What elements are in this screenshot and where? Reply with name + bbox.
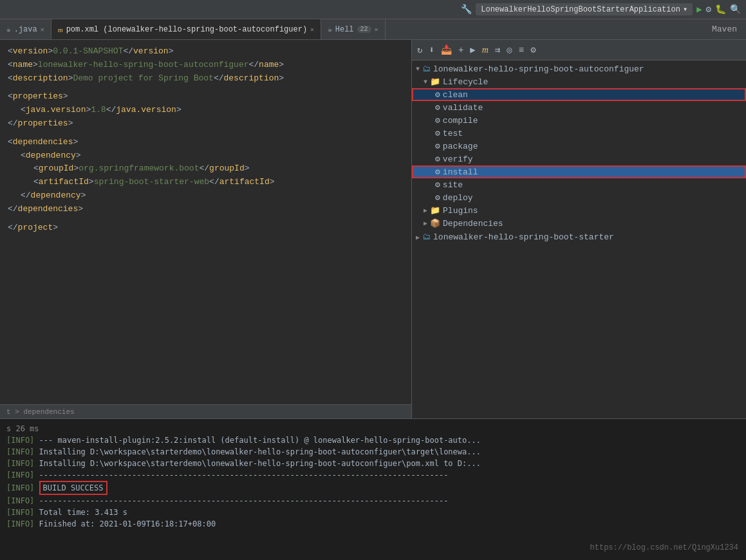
tree-plugins[interactable]: ▶ 📁 Plugins bbox=[412, 204, 746, 217]
console-line-6: [INFO] ---------------------------------… bbox=[6, 495, 740, 507]
info-prefix-1: [INFO] bbox=[6, 436, 34, 445]
info-prefix-8: [INFO] bbox=[6, 519, 34, 528]
run-maven-icon[interactable]: ▶ bbox=[469, 43, 476, 57]
console-text-4: ----------------------------------------… bbox=[39, 471, 449, 480]
run-icon[interactable]: ▶ bbox=[696, 4, 702, 15]
tree-deploy[interactable]: ⚙ deploy bbox=[412, 191, 746, 204]
add-icon[interactable]: + bbox=[457, 44, 465, 57]
lifecycle-arrow-icon: ▼ bbox=[424, 79, 427, 86]
xml-line-dep: <dependency> bbox=[21, 149, 404, 163]
debug-icon[interactable]: 🐛 bbox=[715, 4, 726, 15]
tree-site[interactable]: ⚙ site bbox=[412, 178, 746, 191]
tree-clean[interactable]: ⚙ clean bbox=[412, 88, 746, 101]
tree-root-project[interactable]: ▼ 🗂 lonewalker-hello-spring-boot-autocon… bbox=[412, 63, 746, 75]
java-icon: ☕ bbox=[6, 25, 11, 33]
tree-site-label: site bbox=[443, 180, 463, 190]
xml-line-groupid: <groupId>org.springframework.boot</group… bbox=[33, 162, 404, 176]
console-text-8: Finished at: 2021-01-09T16:18:17+08:00 bbox=[39, 519, 216, 528]
tree-deploy-label: deploy bbox=[443, 193, 473, 203]
tab-java-close[interactable]: ✕ bbox=[41, 26, 44, 33]
tree-package[interactable]: ⚙ package bbox=[412, 140, 746, 153]
m-icon[interactable]: m bbox=[481, 44, 490, 57]
maven-tab[interactable]: Maven bbox=[703, 19, 746, 39]
tree-verify[interactable]: ⚙ verify bbox=[412, 153, 746, 165]
tree-test[interactable]: ⚙ test bbox=[412, 127, 746, 140]
maven-tab-label: Maven bbox=[712, 24, 737, 34]
wrench-icon[interactable]: 🔧 bbox=[461, 4, 472, 15]
tree-clean-label: clean bbox=[443, 90, 468, 100]
goal-icon[interactable]: ◎ bbox=[505, 43, 513, 57]
console-text-3: Installing D:\workspace\starterdemo\lone… bbox=[39, 459, 481, 468]
tab-pom[interactable]: m pom.xml (lonewalker-hello-spring-boot-… bbox=[51, 19, 321, 39]
tree-compile[interactable]: ⚙ compile bbox=[412, 114, 746, 127]
tree-plugins-label: Plugins bbox=[443, 206, 478, 216]
xml-line-project-close: </project> bbox=[8, 221, 404, 235]
lifecycle-folder-icon: 📁 bbox=[430, 77, 440, 87]
tree-package-label: package bbox=[443, 142, 478, 151]
app-name-dropdown[interactable]: LonewalkerHelloSpringBootStarterApplicat… bbox=[476, 3, 693, 15]
install-gear-icon: ⚙ bbox=[435, 167, 440, 177]
console-line-8: [INFO] Finished at: 2021-01-09T16:18:17+… bbox=[6, 518, 740, 530]
package-gear-icon: ⚙ bbox=[435, 141, 440, 151]
tab-hell-badge: 22 bbox=[357, 26, 371, 33]
validate-gear-icon: ⚙ bbox=[435, 102, 440, 113]
build-success-text: BUILD SUCCESS bbox=[39, 481, 107, 495]
double-arrow-icon[interactable]: ⇉ bbox=[494, 43, 501, 57]
tab-java[interactable]: ☕ .java ✕ bbox=[0, 19, 51, 39]
xml-line-deps: <dependencies> bbox=[8, 136, 404, 149]
phase-icon[interactable]: ≡ bbox=[518, 44, 525, 57]
xml-line-props: <properties> bbox=[8, 90, 404, 104]
deps-arrow-icon: ▶ bbox=[424, 219, 427, 227]
tab-hell[interactable]: ☕ Hell 22 ✕ bbox=[321, 19, 385, 39]
tab-hell-label: Hell bbox=[335, 25, 354, 34]
hell-icon: ☕ bbox=[328, 25, 332, 33]
tree-subproject[interactable]: ▶ 🗂 lonewalker-hello-spring-boot-starter bbox=[412, 231, 746, 243]
download-icon[interactable]: ⬇ bbox=[427, 43, 435, 57]
console-line-time: s 26 ms bbox=[6, 423, 740, 434]
xml-line-artifactid: <artifactId>spring-boot-starter-web</art… bbox=[33, 176, 404, 189]
arrow-down-icon: ▼ bbox=[416, 66, 420, 73]
tab-bar: ☕ .java ✕ m pom.xml (lonewalker-hello-sp… bbox=[0, 19, 746, 40]
console-line-2: [INFO] Installing D:\workspace\starterde… bbox=[6, 446, 740, 458]
editor-status: t > dependencies bbox=[0, 404, 411, 418]
main-content: <version>0.0.1-SNAPSHOT</version> <name>… bbox=[0, 40, 746, 418]
console-line-3: [INFO] Installing D:\workspace\starterde… bbox=[6, 458, 740, 469]
info-prefix-5: [INFO] bbox=[6, 483, 34, 492]
tree-install[interactable]: ⚙ install bbox=[412, 165, 746, 178]
info-prefix-3: [INFO] bbox=[6, 459, 34, 468]
deps-folder-icon: 📦 bbox=[430, 218, 440, 229]
tree-root-label: lonewalker-hello-spring-boot-autoconfigu… bbox=[433, 64, 644, 74]
site-gear-icon: ⚙ bbox=[435, 180, 440, 190]
console-text-2: Installing D:\workspace\starterdemo\lone… bbox=[39, 447, 481, 456]
xml-line-2: <name>lonewalker-hello-spring-boot-autoc… bbox=[8, 59, 404, 72]
tree-dependencies[interactable]: ▶ 📦 Dependencies bbox=[412, 217, 746, 230]
console-line-7: [INFO] Total time: 3.413 s bbox=[6, 507, 740, 518]
import-icon[interactable]: 📥 bbox=[440, 43, 453, 57]
tab-hell-close[interactable]: ✕ bbox=[375, 26, 378, 33]
tab-pom-close[interactable]: ✕ bbox=[310, 26, 314, 33]
console-text-7: Total time: 3.413 s bbox=[39, 508, 127, 517]
settings-icon[interactable]: ⚙ bbox=[706, 4, 711, 15]
tree-lifecycle[interactable]: ▼ 📁 Lifecycle bbox=[412, 75, 746, 88]
breadcrumb: t > dependencies bbox=[6, 408, 75, 416]
subproject-icon: 🗂 bbox=[422, 232, 431, 242]
tree-install-label: install bbox=[443, 167, 478, 177]
info-prefix-4: [INFO] bbox=[6, 471, 34, 480]
tree-test-label: test bbox=[443, 129, 463, 138]
config-icon[interactable]: ⚙ bbox=[529, 43, 537, 57]
refresh-icon[interactable]: ↻ bbox=[416, 43, 424, 57]
xml-line-1: <version>0.0.1-SNAPSHOT</version> bbox=[8, 45, 404, 59]
tree-verify-label: verify bbox=[443, 154, 473, 164]
tab-java-label: .java bbox=[14, 25, 37, 34]
xml-line-java-ver: <java.version>1.8</java.version> bbox=[21, 104, 404, 117]
project-icon: 🗂 bbox=[422, 64, 431, 74]
compile-gear-icon: ⚙ bbox=[435, 115, 440, 126]
tree-compile-label: compile bbox=[443, 116, 478, 126]
console-content[interactable]: s 26 ms [INFO] --- maven-install-plugin:… bbox=[0, 419, 746, 560]
search-icon[interactable]: 🔍 bbox=[730, 4, 741, 15]
maven-tree[interactable]: ▼ 🗂 lonewalker-hello-spring-boot-autocon… bbox=[412, 61, 746, 418]
editor-scroll[interactable]: <version>0.0.1-SNAPSHOT</version> <name>… bbox=[0, 40, 411, 404]
console-panel: s 26 ms [INFO] --- maven-install-plugin:… bbox=[0, 418, 746, 560]
tree-validate[interactable]: ⚙ validate bbox=[412, 101, 746, 114]
tree-validate-label: validate bbox=[443, 103, 483, 113]
